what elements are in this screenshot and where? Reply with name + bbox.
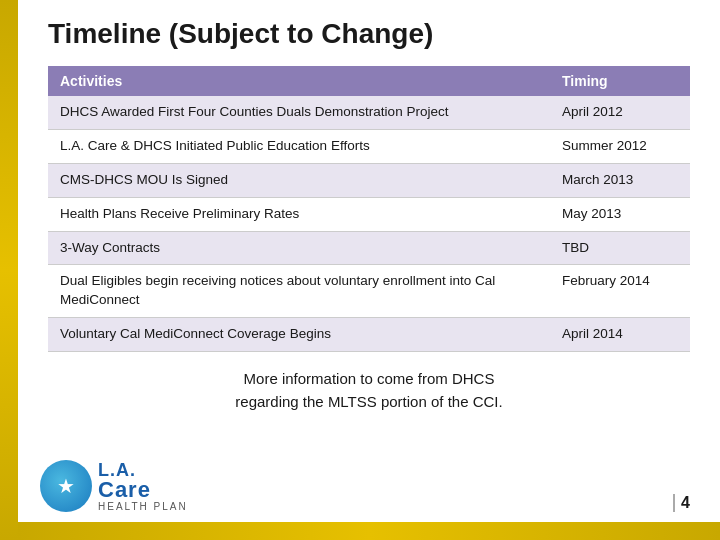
timeline-table: Activities Timing DHCS Awarded First Fou… (48, 66, 690, 352)
logo-health-plan: HEALTH PLAN (98, 501, 188, 512)
timing-cell: Summer 2012 (550, 129, 690, 163)
timing-cell: April 2012 (550, 96, 690, 129)
page-number-value: 4 (673, 494, 690, 512)
timing-cell: February 2014 (550, 265, 690, 318)
timing-cell: May 2013 (550, 197, 690, 231)
footer-text: More information to come from DHCS regar… (48, 368, 690, 413)
header-activities: Activities (48, 66, 550, 96)
header-timing: Timing (550, 66, 690, 96)
activity-cell: L.A. Care & DHCS Initiated Public Educat… (48, 129, 550, 163)
table-header-row: Activities Timing (48, 66, 690, 96)
table-row: 3-Way ContractsTBD (48, 231, 690, 265)
table-row: Health Plans Receive Preliminary RatesMa… (48, 197, 690, 231)
logo-text: L.A. Care HEALTH PLAN (98, 461, 188, 512)
left-accent-bar (0, 0, 18, 540)
logo-la: L.A. (98, 461, 188, 479)
activity-cell: CMS-DHCS MOU Is Signed (48, 163, 550, 197)
table-row: Voluntary Cal MediConnect Coverage Begin… (48, 318, 690, 352)
table-row: CMS-DHCS MOU Is SignedMarch 2013 (48, 163, 690, 197)
activity-cell: Voluntary Cal MediConnect Coverage Begin… (48, 318, 550, 352)
activity-cell: 3-Way Contracts (48, 231, 550, 265)
page-number: 4 (671, 494, 690, 512)
table-row: Dual Eligibles begin receiving notices a… (48, 265, 690, 318)
table-row: DHCS Awarded First Four Counties Duals D… (48, 96, 690, 129)
footer-line2: regarding the MLTSS portion of the CCI. (48, 391, 690, 414)
activity-cell: DHCS Awarded First Four Counties Duals D… (48, 96, 550, 129)
activity-cell: Dual Eligibles begin receiving notices a… (48, 265, 550, 318)
bottom-accent-bar (18, 522, 720, 540)
logo-area: L.A. Care HEALTH PLAN (40, 460, 188, 512)
page-title: Timeline (Subject to Change) (48, 18, 690, 50)
logo-care: Care (98, 479, 188, 501)
timing-cell: April 2014 (550, 318, 690, 352)
timing-cell: March 2013 (550, 163, 690, 197)
activity-cell: Health Plans Receive Preliminary Rates (48, 197, 550, 231)
main-content: Timeline (Subject to Change) Activities … (18, 0, 720, 522)
table-row: L.A. Care & DHCS Initiated Public Educat… (48, 129, 690, 163)
footer-line1: More information to come from DHCS (48, 368, 690, 391)
logo-circle-icon (40, 460, 92, 512)
timing-cell: TBD (550, 231, 690, 265)
